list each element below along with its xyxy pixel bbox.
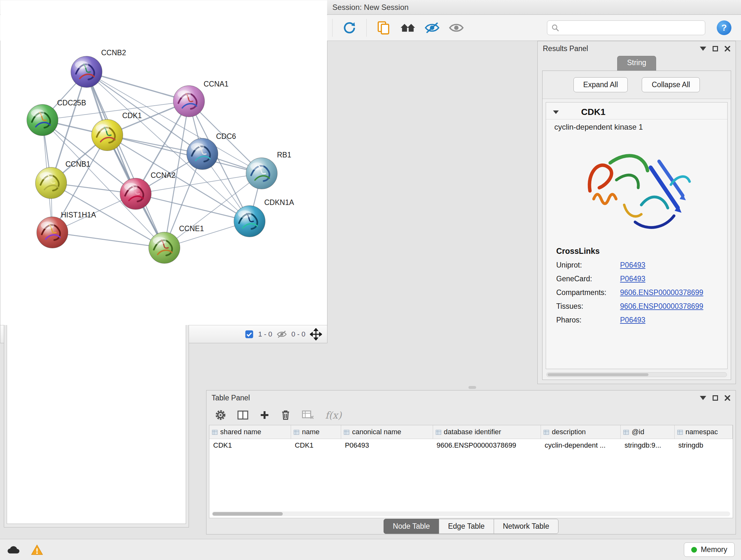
panel-menu-icon[interactable] <box>700 47 706 51</box>
crosslink-label: Uniprot: <box>556 261 620 269</box>
table-cell: stringdb:9... <box>621 439 674 452</box>
tab-network-table[interactable]: Network Table <box>494 519 558 534</box>
show-columns-icon[interactable] <box>237 410 249 420</box>
crosslink-link[interactable]: P06493 <box>620 261 645 269</box>
search-box[interactable] <box>547 20 705 35</box>
collapse-all-button[interactable]: Collapse All <box>642 77 700 92</box>
scrollbar-thumb[interactable] <box>548 373 649 376</box>
column-type-icon <box>344 430 349 435</box>
table-cell: CDK1 <box>209 439 291 452</box>
cytoscape-window: Session: New Session <box>0 0 741 343</box>
table-panel-header: Table Panel <box>206 390 736 405</box>
pan-move-icon[interactable] <box>310 328 322 340</box>
table-cell: stringdb <box>674 439 732 452</box>
crosslink-link[interactable]: 9606.ENSP00000378699 <box>620 302 703 311</box>
results-panel-header: Results Panel <box>538 41 736 56</box>
table-tabs: Node TableEdge TableNetwork Table <box>206 518 736 534</box>
node-table[interactable]: shared namenamecanonical namedatabase id… <box>209 425 733 518</box>
network-node-RB1[interactable]: RB1 <box>246 151 291 189</box>
documents-button[interactable] <box>373 17 395 38</box>
crosslink-link[interactable]: 9606.ENSP00000378699 <box>620 288 703 297</box>
tab-edge-table[interactable]: Edge Table <box>439 519 494 534</box>
column-header-name[interactable]: name <box>291 425 341 439</box>
help-label: ? <box>721 23 727 33</box>
crosslink-row: GeneCard:P06493 <box>556 274 717 283</box>
cloud-icon[interactable] <box>6 545 21 555</box>
delete-column-icon[interactable] <box>280 409 291 421</box>
table-header-row: shared namenamecanonical namedatabase id… <box>209 425 733 439</box>
crosslink-label: Compartments: <box>556 288 620 297</box>
window-title: Session: New Session <box>333 3 409 12</box>
crosslink-row: Tissues:9606.ENSP00000378699 <box>556 302 717 311</box>
hidden-eye-slash-icon[interactable] <box>277 330 287 339</box>
apply-layout-button[interactable] <box>338 17 360 38</box>
scrollbar-thumb[interactable] <box>212 512 283 516</box>
selected-checkbox-icon[interactable] <box>245 330 254 339</box>
column-header-database-identifier[interactable]: database identifier <box>433 425 541 439</box>
table-horizontal-scrollbar[interactable] <box>212 511 730 516</box>
results-scrollbar[interactable] <box>546 372 727 377</box>
column-type-icon <box>435 430 441 435</box>
network-node-CCNA1[interactable]: CCNA1 <box>173 80 228 117</box>
node-label: CDKN1A <box>264 198 294 206</box>
table-row[interactable]: CDK1CDK1P064939606.ENSP00000378699cyclin… <box>209 439 733 452</box>
network-node-CDKN1A[interactable]: CDKN1A <box>234 198 294 237</box>
warning-icon[interactable] <box>30 544 44 556</box>
column-type-icon <box>677 430 683 435</box>
panel-menu-icon[interactable] <box>700 396 706 400</box>
node-label: HIST1H1A <box>61 211 96 219</box>
function-builder-button: f(x) <box>325 410 341 421</box>
close-panel-icon[interactable] <box>724 46 731 52</box>
add-column-icon[interactable] <box>259 410 270 420</box>
crosslink-label: Tissues: <box>556 302 620 311</box>
table-panel: Table Panel f(x) shared namenamecanonica… <box>206 390 736 535</box>
table-cell: CDK1 <box>291 439 341 452</box>
network-graph[interactable]: CCNB2CCNA1CDC25BCDK1CDC6RB1CCNB1CCNA2CDK… <box>0 0 327 325</box>
crosslink-link[interactable]: P06493 <box>620 274 645 283</box>
network-node-HIST1H1A[interactable]: HIST1H1A <box>37 211 96 248</box>
node-label: CCNE1 <box>179 225 204 233</box>
results-panel: Results Panel String Expand All Collapse… <box>537 41 736 384</box>
entry-collapse-icon[interactable] <box>553 111 559 114</box>
panel-resize-grip[interactable] <box>468 386 476 389</box>
network-canvas[interactable]: CCNB2CCNA1CDC25BCDK1CDC6RB1CCNB1CCNA2CDK… <box>0 0 327 325</box>
network-node-CDC6[interactable]: CDC6 <box>187 132 236 170</box>
search-input[interactable] <box>562 23 701 32</box>
expand-all-button[interactable]: Expand All <box>574 77 628 92</box>
node-label: CCNB2 <box>101 49 126 57</box>
toolbar-separator <box>366 19 367 37</box>
network-node-CCNB2[interactable]: CCNB2 <box>71 49 126 87</box>
toolbar-separator <box>332 19 333 37</box>
crosslink-link[interactable]: P06493 <box>620 316 645 324</box>
memory-button[interactable]: Memory <box>684 543 735 557</box>
tab-node-table[interactable]: Node Table <box>384 519 439 534</box>
column-type-icon <box>212 430 218 435</box>
tab-string[interactable]: String <box>617 56 656 71</box>
protein-description: cyclin-dependent kinase 1 <box>546 119 727 133</box>
eye-slash-icon <box>424 21 440 35</box>
column-header-namespac[interactable]: namespac <box>674 425 732 439</box>
close-panel-icon[interactable] <box>724 395 731 401</box>
table-toolbar: f(x) <box>206 405 736 425</box>
homes-button[interactable] <box>397 17 419 38</box>
node-label: CDC6 <box>216 132 236 140</box>
column-header-description[interactable]: description <box>541 425 621 439</box>
column-header-canonical-name[interactable]: canonical name <box>341 425 433 439</box>
node-label: CCNA1 <box>204 80 228 88</box>
float-panel-icon[interactable] <box>713 395 718 401</box>
protein-entry-header[interactable]: CDK1 <box>546 103 727 119</box>
node-label: CCNB1 <box>65 160 90 168</box>
column-type-icon <box>293 430 299 435</box>
column-header-shared-name[interactable]: shared name <box>209 425 291 439</box>
column-header--id[interactable]: @id <box>621 425 674 439</box>
node-label: CCNA2 <box>151 171 176 179</box>
status-bar: Memory <box>0 539 741 560</box>
hide-selected-button[interactable] <box>421 17 443 38</box>
protein-structure-image <box>577 138 696 241</box>
table-settings-gear-icon[interactable] <box>215 409 226 421</box>
crosslink-row: Compartments:9606.ENSP00000378699 <box>556 288 717 297</box>
float-panel-icon[interactable] <box>713 46 718 51</box>
network-node-CDK1[interactable]: CDK1 <box>91 111 142 151</box>
show-all-button[interactable] <box>445 17 468 38</box>
help-button[interactable]: ? <box>717 20 731 35</box>
